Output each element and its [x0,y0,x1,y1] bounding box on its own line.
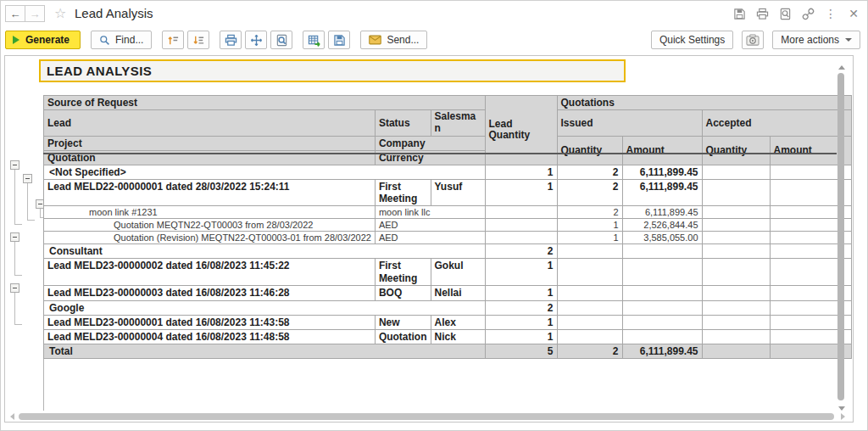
cell-issued-quantity[interactable] [557,259,622,286]
cell-accepted-quantity[interactable] [702,286,770,300]
cell-lead-quantity[interactable]: 1 [485,329,557,344]
cell-lead[interactable]: Lead MELD23-00000003 dated 16/08/2023 11… [44,286,376,300]
cell-issued-amount[interactable] [622,244,702,259]
cell-issued-quantity[interactable] [557,286,622,300]
header-issued-amount[interactable]: Amount [622,136,702,165]
group-collapse-toggle[interactable] [23,174,32,183]
generate-button[interactable]: Generate [5,31,81,49]
cell-accepted-quantity[interactable] [702,344,770,359]
cell-issued-quantity[interactable]: 2 [557,165,622,179]
window-save-button[interactable] [732,7,746,20]
header-status[interactable]: Status [375,110,431,137]
cell-lead-quantity[interactable]: 1 [485,179,557,206]
favorite-star-icon[interactable]: ☆ [54,5,66,22]
report-title-cell[interactable]: LEAD ANALYSIS [39,59,626,82]
cell-label[interactable]: Google [44,300,486,315]
cell-label[interactable]: Consultant [44,244,486,259]
print-button[interactable] [220,31,242,49]
cell-issued-quantity[interactable]: 2 [557,344,622,359]
cell-issued-quantity[interactable]: 2 [557,206,622,219]
cell-lead[interactable]: Lead MELD22-00000001 dated 28/03/2022 15… [44,179,376,206]
window-print-button[interactable] [755,7,769,20]
window-find-button[interactable] [778,7,792,20]
cell-status[interactable]: Quotation [375,329,431,344]
cell-lead-quantity[interactable]: 2 [485,244,557,259]
export-table-button[interactable] [303,31,325,49]
find-button[interactable]: Find... [91,31,152,49]
cell-label[interactable]: Total [44,344,486,359]
cell-accepted-quantity[interactable] [702,259,770,286]
cell-issued-amount[interactable]: 6,111,899.45 [622,165,702,179]
scroll-left-arrow[interactable] [10,413,14,420]
header-source-of-request[interactable]: Source of Request [44,96,486,110]
cell-issued-amount[interactable]: 3,585,055.00 [622,232,702,244]
cell-issued-amount[interactable]: 2,526,844.45 [622,219,702,232]
quick-settings-button[interactable]: Quick Settings [651,31,733,49]
cell-accepted-quantity[interactable] [702,244,770,259]
header-accepted[interactable]: Accepted [702,110,851,137]
scroll-up-arrow[interactable] [838,65,845,70]
cell-issued-quantity[interactable] [557,300,622,315]
cell-lead-quantity[interactable]: 1 [485,315,557,329]
scroll-right-arrow[interactable] [841,413,845,420]
cell-salesman[interactable]: Nellai [431,286,485,300]
cell-issued-quantity[interactable]: 1 [557,232,622,244]
cell-salesman[interactable]: Nick [431,329,485,344]
window-close-button[interactable]: ✕ [847,7,860,20]
send-button[interactable]: Send... [360,31,427,49]
cell-company[interactable]: moon link llc [375,206,485,219]
cell-issued-quantity[interactable]: 2 [557,179,622,206]
cell-issued-quantity[interactable] [557,244,622,259]
collapse-groups-button[interactable] [187,31,209,49]
cell-status[interactable]: New [375,315,431,329]
cell-salesman[interactable]: Yusuf [431,179,485,206]
window-more-button[interactable]: ⋮ [824,7,837,20]
forward-button[interactable]: → [25,5,45,22]
cell-accepted-quantity[interactable] [702,329,770,344]
header-salesman[interactable]: Salesman [431,110,485,137]
cell-accepted-quantity[interactable] [702,206,770,219]
cell-status[interactable]: BOQ [375,286,431,300]
header-quotations[interactable]: Quotations [557,96,851,110]
cell-lead-quantity[interactable]: 2 [485,300,557,315]
cell-issued-amount[interactable]: 6,111,899.45 [622,179,702,206]
cell-issued-amount[interactable] [622,315,702,329]
save-result-button[interactable] [328,31,350,49]
cell-lead-quantity[interactable] [485,232,557,244]
horizontal-scrollbar[interactable] [19,413,834,420]
cell-lead-quantity[interactable]: 1 [485,286,557,300]
cell-issued-amount[interactable]: 6,111,899.45 [622,206,702,219]
cell-lead-quantity[interactable] [485,219,557,232]
cell-label[interactable]: moon link #1231 [44,206,376,219]
cell-issued-quantity[interactable] [557,315,622,329]
group-collapse-toggle[interactable] [10,160,19,170]
cell-issued-amount[interactable] [622,329,702,344]
cell-salesman[interactable]: Gokul [431,259,485,286]
cell-issued-amount[interactable] [622,259,702,286]
cell-accepted-quantity[interactable] [702,232,770,244]
cell-status[interactable]: First Meeting [375,179,431,206]
cell-lead-quantity[interactable]: 1 [485,165,557,179]
group-collapse-toggle[interactable] [10,232,19,242]
cell-company[interactable]: AED [375,219,485,232]
cell-label[interactable]: <Not Specified> [44,165,486,179]
vertical-scrollbar[interactable] [837,73,844,400]
cell-lead-quantity[interactable]: 5 [485,344,557,359]
cell-accepted-quantity[interactable] [702,315,770,329]
back-button[interactable]: ← [5,5,25,22]
cell-salesman[interactable]: Alex [431,315,485,329]
header-lead[interactable]: Lead [44,110,376,137]
cell-lead-quantity[interactable] [485,206,557,219]
header-issued[interactable]: Issued [557,110,702,137]
cell-issued-amount[interactable]: 6,111,899.45 [622,344,702,359]
cell-accepted-quantity[interactable] [702,219,770,232]
cell-label[interactable]: Quotation MEQTN22-QT00003 from 28/03/202… [44,219,376,232]
window-link-button[interactable] [801,7,815,20]
cell-label[interactable]: Quotation (Revision) MEQTN22-QT00003-01 … [44,232,376,244]
cell-lead[interactable]: Lead MELD23-00000002 dated 16/08/2023 11… [44,259,376,286]
header-accepted-quantity[interactable]: Quantity [702,136,770,165]
cell-accepted-quantity[interactable] [702,179,770,206]
header-project[interactable]: Project [44,136,376,150]
cell-lead-quantity[interactable]: 1 [485,259,557,286]
print-preview-button[interactable] [270,31,292,49]
